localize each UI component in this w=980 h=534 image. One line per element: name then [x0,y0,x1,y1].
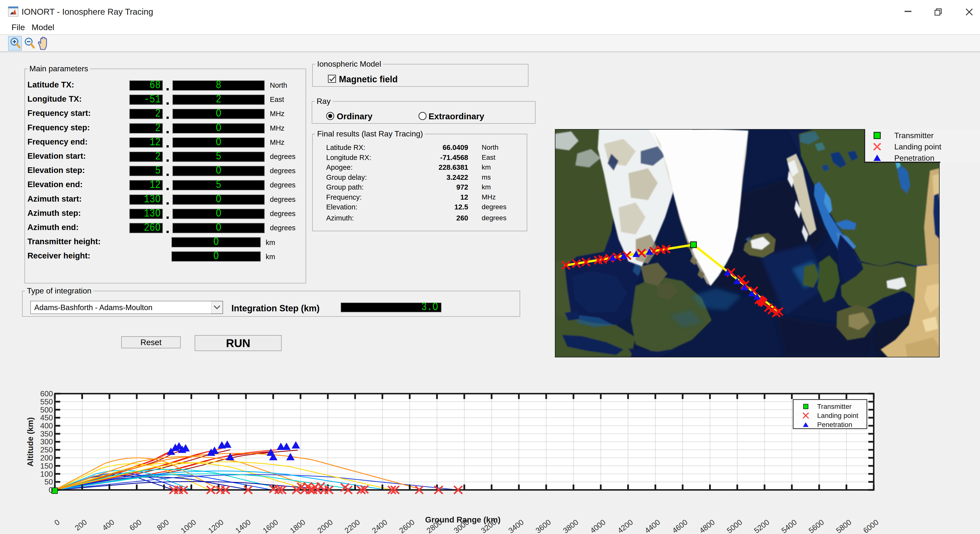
svg-text:5800: 5800 [834,518,853,534]
svg-text:1000: 1000 [179,518,197,534]
svg-text:Penetration: Penetration [894,154,934,162]
svg-text:5400: 5400 [780,518,798,534]
svg-text:0: 0 [52,518,61,527]
svg-text:4400: 4400 [643,518,662,534]
svg-text:400: 400 [40,422,53,430]
svg-text:150: 150 [40,462,53,470]
svg-text:5600: 5600 [807,518,826,534]
svg-text:600: 600 [40,389,53,398]
svg-text:200: 200 [73,518,88,532]
svg-text:500: 500 [40,406,53,414]
svg-text:Transmitter: Transmitter [817,403,852,410]
svg-text:3400: 3400 [507,518,525,534]
svg-text:1400: 1400 [234,518,252,534]
svg-text:800: 800 [155,518,170,532]
svg-text:4000: 4000 [589,518,607,534]
svg-text:450: 450 [40,413,53,422]
svg-text:5000: 5000 [725,518,744,534]
svg-text:200: 200 [40,454,53,462]
svg-text:1600: 1600 [261,518,280,534]
svg-text:Landing point: Landing point [817,412,858,419]
svg-text:50: 50 [45,478,53,486]
svg-text:Altitude (km): Altitude (km) [26,417,35,467]
svg-text:300: 300 [40,437,53,446]
svg-text:5200: 5200 [752,518,771,534]
svg-text:1800: 1800 [288,518,307,534]
svg-text:Ground Range (km): Ground Range (km) [425,515,501,524]
svg-text:550: 550 [40,398,53,406]
svg-text:Transmitter: Transmitter [894,131,934,140]
svg-text:1200: 1200 [207,518,225,534]
svg-text:2600: 2600 [398,518,416,534]
svg-text:250: 250 [40,446,53,454]
svg-text:2400: 2400 [370,518,389,534]
svg-text:600: 600 [128,518,143,532]
svg-text:3800: 3800 [561,518,580,534]
svg-text:2000: 2000 [316,518,334,534]
svg-text:Landing point: Landing point [894,142,941,151]
svg-text:100: 100 [40,470,53,478]
svg-text:0: 0 [49,486,53,494]
svg-text:4200: 4200 [616,518,635,534]
svg-text:Penetration: Penetration [817,421,852,429]
svg-text:2200: 2200 [343,518,361,534]
svg-text:4600: 4600 [670,518,689,534]
svg-text:350: 350 [40,430,53,438]
svg-text:4800: 4800 [698,518,716,534]
svg-text:400: 400 [101,518,116,532]
svg-text:3600: 3600 [534,518,552,534]
svg-text:6000: 6000 [861,518,880,534]
